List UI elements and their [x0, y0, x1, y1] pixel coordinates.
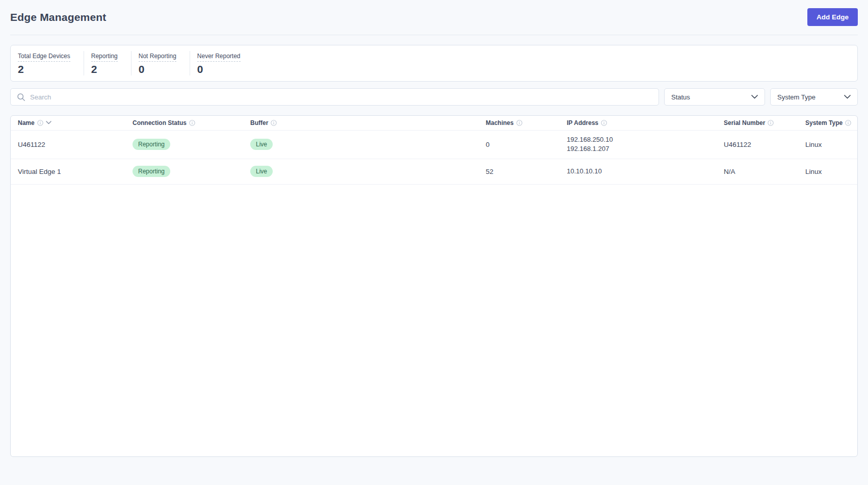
info-icon [516, 120, 522, 126]
cell-ip-address: 10.10.10.10 [560, 159, 717, 184]
column-header-buffer[interactable]: Buffer [243, 116, 479, 130]
column-header-system-type[interactable]: System Type [798, 116, 857, 130]
stat-value: 0 [197, 63, 241, 75]
system-type-filter[interactable]: System Type [770, 88, 858, 106]
column-label: Name [18, 119, 35, 126]
system-type-filter-label: System Type [777, 93, 816, 101]
ip-address-line: 10.10.10.10 [567, 167, 717, 176]
stat-label: Reporting [91, 53, 118, 62]
cell-name: U461122 [11, 130, 125, 159]
cell-serial-number: U461122 [717, 130, 798, 159]
table-row[interactable]: Virtual Edge 1 Reporting Live 52 10.10.1… [11, 159, 857, 184]
info-icon [601, 120, 607, 126]
cell-serial-number: N/A [717, 159, 798, 184]
cell-system-type: Linux [798, 130, 857, 159]
column-label: IP Address [567, 119, 598, 126]
stats-card: Total Edge Devices 2 Reporting 2 Not Rep… [10, 45, 858, 82]
column-header-ip-address[interactable]: IP Address [560, 116, 717, 130]
cell-name: Virtual Edge 1 [11, 159, 125, 184]
stat-never-reported: Never Reported 0 [190, 51, 254, 75]
add-edge-button[interactable]: Add Edge [807, 8, 858, 26]
page-title: Edge Management [10, 11, 107, 23]
stat-total-edge-devices: Total Edge Devices 2 [11, 51, 84, 75]
ip-address-line: 192.168.1.207 [567, 144, 717, 154]
stat-value: 2 [91, 63, 118, 75]
search-icon [17, 93, 25, 101]
stat-reporting: Reporting 2 [84, 51, 131, 75]
connection-status-badge: Reporting [133, 166, 170, 177]
stat-label: Total Edge Devices [18, 53, 70, 62]
info-icon [845, 120, 851, 126]
search-box[interactable] [10, 88, 659, 106]
buffer-badge: Live [250, 166, 273, 177]
cell-system-type: Linux [798, 159, 857, 184]
column-label: System Type [805, 119, 843, 126]
stat-value: 0 [139, 63, 176, 75]
page-header: Edge Management Add Edge [10, 0, 858, 35]
status-filter[interactable]: Status [664, 88, 765, 106]
stat-value: 2 [18, 63, 70, 75]
connection-status-badge: Reporting [133, 139, 170, 150]
cell-ip-address: 192.168.250.10 192.168.1.207 [560, 130, 717, 159]
stat-label: Not Reporting [139, 53, 176, 62]
search-input[interactable] [30, 93, 652, 101]
column-header-connection-status[interactable]: Connection Status [125, 116, 243, 130]
chevron-down-icon [751, 95, 758, 99]
cell-machines: 52 [479, 159, 560, 184]
column-header-serial-number[interactable]: Serial Number [717, 116, 798, 130]
info-icon [37, 120, 43, 126]
chevron-down-icon [844, 95, 851, 99]
status-filter-label: Status [671, 93, 690, 101]
table-row[interactable]: U461122 Reporting Live 0 192.168.250.10 … [11, 130, 857, 159]
cell-machines: 0 [479, 130, 560, 159]
edge-devices-table-card: Name Connection Status [10, 115, 858, 457]
stat-not-reporting: Not Reporting 0 [131, 51, 190, 75]
ip-address-line: 192.168.250.10 [567, 135, 717, 144]
sort-chevron-icon[interactable] [46, 121, 51, 124]
info-icon [189, 120, 195, 126]
column-label: Serial Number [724, 119, 765, 126]
column-label: Connection Status [133, 119, 187, 126]
stat-label: Never Reported [197, 53, 241, 62]
table-header-row: Name Connection Status [11, 116, 857, 130]
info-icon [768, 120, 774, 126]
info-icon [271, 120, 277, 126]
column-header-name[interactable]: Name [11, 116, 125, 130]
cell-connection-status: Reporting [125, 159, 243, 184]
edge-devices-table: Name Connection Status [11, 116, 857, 185]
cell-buffer: Live [243, 159, 479, 184]
cell-buffer: Live [243, 130, 479, 159]
column-label: Buffer [250, 119, 268, 126]
buffer-badge: Live [250, 139, 273, 150]
column-header-machines[interactable]: Machines [479, 116, 560, 130]
filter-row: Status System Type [10, 88, 858, 106]
column-label: Machines [486, 119, 514, 126]
cell-connection-status: Reporting [125, 130, 243, 159]
